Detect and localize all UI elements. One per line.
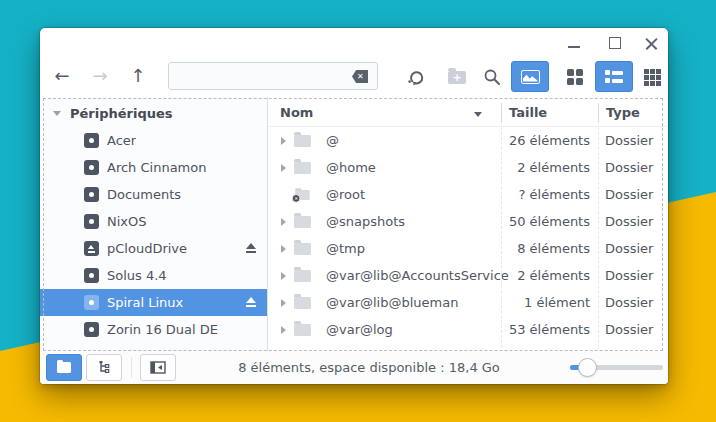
new-folder-button[interactable] bbox=[448, 71, 466, 84]
file-row[interactable]: @var@lib@AccountsService 2 éléments Doss… bbox=[268, 262, 668, 289]
folder-icon bbox=[294, 324, 311, 336]
list-header: Nom Taille Type bbox=[268, 100, 668, 127]
sidebar-item-label: Documents bbox=[107, 187, 181, 202]
file-size: 8 éléments bbox=[517, 241, 590, 256]
file-type: Dossier bbox=[590, 241, 668, 256]
drive-icon bbox=[84, 160, 99, 175]
file-size: 53 éléments bbox=[509, 322, 590, 337]
sidebar-item[interactable]: pCloudDrive bbox=[40, 235, 267, 262]
file-size: 2 éléments bbox=[517, 268, 590, 283]
sidebar-section-devices[interactable]: Périphériques bbox=[40, 100, 267, 127]
file-type: Dossier bbox=[590, 295, 668, 310]
places-sidebar-toggle-button[interactable] bbox=[46, 354, 82, 381]
thumbnails-view-button[interactable] bbox=[511, 61, 549, 92]
statusbar: 8 éléments, espace disponible : 18,4 Go bbox=[40, 351, 668, 384]
folder-icon bbox=[294, 162, 311, 174]
eject-icon[interactable] bbox=[244, 243, 257, 254]
toolbar: ← → ↑ bbox=[40, 56, 668, 97]
sidebar-item-label: pCloudDrive bbox=[107, 241, 187, 256]
places-sidebar: Périphériques Acer Arch Cinnamon Documen… bbox=[40, 97, 268, 351]
file-row[interactable]: @ 26 éléments Dossier bbox=[268, 127, 668, 154]
minimize-icon[interactable] bbox=[568, 38, 580, 50]
file-name: @root bbox=[318, 187, 519, 202]
sidebar-item[interactable]: Solus 4.4 bbox=[40, 262, 267, 289]
file-row[interactable]: @root ? éléments Dossier bbox=[268, 181, 668, 208]
statusbar-separator bbox=[131, 357, 132, 378]
expander-icon[interactable] bbox=[281, 326, 286, 334]
file-row[interactable]: @home 2 éléments Dossier bbox=[268, 154, 668, 181]
status-text: 8 éléments, espace disponible : 18,4 Go bbox=[190, 351, 548, 384]
folder-icon bbox=[294, 297, 311, 309]
column-header-size[interactable]: Taille bbox=[509, 105, 547, 120]
forward-button[interactable]: → bbox=[87, 64, 113, 88]
close-icon[interactable] bbox=[645, 37, 658, 50]
file-name: @var@lib@blueman bbox=[318, 295, 524, 310]
reload-button[interactable] bbox=[407, 68, 426, 86]
file-row[interactable]: @var@lib@blueman 1 élément Dossier bbox=[268, 289, 668, 316]
sidebar-section-label: Périphériques bbox=[70, 106, 173, 121]
expander-icon[interactable] bbox=[281, 299, 286, 307]
column-separator[interactable] bbox=[501, 103, 502, 123]
drive-icon bbox=[84, 133, 99, 148]
drive-icon bbox=[84, 187, 99, 202]
folder-icon bbox=[294, 135, 311, 147]
sidebar-item[interactable]: Documents bbox=[40, 181, 267, 208]
sidebar-item-label: Arch Cinnamon bbox=[107, 160, 206, 175]
folder-icon bbox=[57, 362, 71, 373]
sidebar-item[interactable]: NixOS bbox=[40, 208, 267, 235]
eject-icon[interactable] bbox=[244, 297, 257, 308]
sidebar-item[interactable]: Arch Cinnamon bbox=[40, 154, 267, 181]
drive-icon bbox=[84, 322, 99, 337]
search-icon[interactable] bbox=[483, 68, 501, 86]
tree-sidebar-toggle-button[interactable] bbox=[86, 354, 122, 381]
hide-sidebar-button[interactable] bbox=[140, 354, 176, 381]
zoom-slider[interactable] bbox=[570, 351, 663, 384]
maximize-icon[interactable] bbox=[609, 37, 621, 49]
expander-icon[interactable] bbox=[281, 218, 286, 226]
collapse-triangle-icon[interactable] bbox=[53, 111, 61, 116]
column-separator[interactable] bbox=[598, 103, 599, 123]
column-header-type[interactable]: Type bbox=[606, 105, 640, 120]
compact-view-button[interactable] bbox=[644, 69, 661, 86]
folder-icon bbox=[294, 243, 311, 255]
tree-icon bbox=[97, 361, 112, 374]
expander-icon[interactable] bbox=[281, 137, 286, 145]
sidebar-item-label: Acer bbox=[107, 133, 136, 148]
image-icon bbox=[521, 70, 540, 84]
drive-icon bbox=[84, 268, 99, 283]
list-view-button[interactable] bbox=[595, 61, 633, 92]
sidebar-item[interactable]: Acer bbox=[40, 127, 267, 154]
file-type: Dossier bbox=[590, 214, 668, 229]
file-row[interactable]: @var@log 53 éléments Dossier bbox=[268, 316, 668, 343]
titlebar[interactable] bbox=[40, 28, 668, 56]
folder-icon bbox=[294, 216, 311, 228]
list-view-icon bbox=[605, 70, 623, 83]
icon-view-button[interactable] bbox=[567, 69, 583, 85]
expander-icon[interactable] bbox=[281, 245, 286, 253]
file-size: 26 éléments bbox=[509, 133, 590, 148]
drive-icon bbox=[84, 295, 99, 310]
zoom-slider-handle[interactable] bbox=[578, 358, 597, 377]
file-row[interactable]: @tmp 8 éléments Dossier bbox=[268, 235, 668, 262]
file-type: Dossier bbox=[590, 160, 668, 175]
sidebar-item[interactable]: Zorin 16 Dual DE bbox=[40, 316, 267, 343]
location-search-input[interactable] bbox=[168, 62, 378, 90]
file-size: ? éléments bbox=[519, 187, 590, 202]
drive-icon bbox=[84, 241, 99, 256]
collapse-sidebar-icon bbox=[150, 361, 166, 374]
file-type: Dossier bbox=[590, 133, 668, 148]
expander-icon[interactable] bbox=[281, 164, 286, 172]
sidebar-item-label: Spiral Linux bbox=[107, 295, 183, 310]
drive-icon bbox=[84, 214, 99, 229]
file-size: 50 éléments bbox=[509, 214, 590, 229]
up-button[interactable]: ↑ bbox=[125, 64, 151, 88]
file-type: Dossier bbox=[590, 268, 668, 283]
file-name: @var@lib@AccountsService bbox=[318, 268, 517, 283]
expander-icon[interactable] bbox=[281, 272, 286, 280]
file-row[interactable]: @snapshots 50 éléments Dossier bbox=[268, 208, 668, 235]
sidebar-item[interactable]: Spiral Linux bbox=[40, 289, 267, 316]
back-button[interactable]: ← bbox=[49, 64, 75, 88]
file-size: 2 éléments bbox=[517, 160, 590, 175]
column-header-name[interactable]: Nom bbox=[280, 105, 313, 120]
file-type: Dossier bbox=[590, 322, 668, 337]
